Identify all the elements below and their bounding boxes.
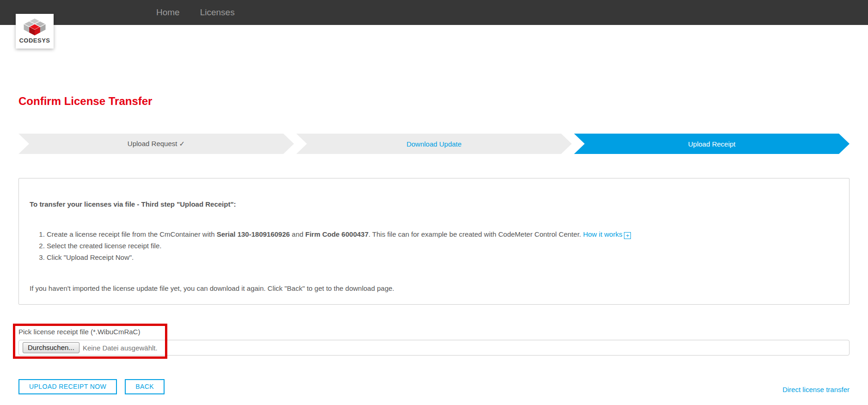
nav-home[interactable]: Home xyxy=(156,7,180,18)
step-download-update[interactable]: Download Update xyxy=(296,134,572,154)
step-upload-receipt-label: Upload Receipt xyxy=(688,140,736,148)
how-it-works-link[interactable]: How it works xyxy=(583,230,622,238)
step-upload-request-label: Upload Request ✓ xyxy=(128,140,185,148)
instruction-step-3: Click "Upload Receipt Now". xyxy=(47,252,838,263)
file-picker-section: Pick license receipt file (*.WibuCmRaC) … xyxy=(18,328,850,356)
instruction-step-1: Create a license receipt file from the C… xyxy=(47,229,838,239)
direct-license-transfer-link[interactable]: Direct license transfer xyxy=(782,386,850,394)
step-upload-receipt: Upload Receipt xyxy=(574,134,850,154)
instructions-list: Create a license receipt file from the C… xyxy=(30,229,838,263)
nav-licenses[interactable]: Licenses xyxy=(200,7,235,18)
back-button[interactable]: BACK xyxy=(125,379,165,394)
step-download-update-label: Download Update xyxy=(406,140,461,148)
step-upload-request: Upload Request ✓ xyxy=(18,134,294,154)
instruction-step-2: Select the created license receipt file. xyxy=(47,241,838,251)
instructions-intro: To transfer your licenses via file - Thi… xyxy=(30,200,838,209)
page-title: Confirm License Transfer xyxy=(18,95,850,108)
serial-number: Serial 130-1809160926 xyxy=(217,230,290,238)
logo-wordmark: CODESYS xyxy=(19,37,50,44)
step1-text-mid: and xyxy=(290,230,305,238)
action-bar: UPLOAD RECEIPT NOW BACK Direct license t… xyxy=(18,379,850,394)
upload-receipt-now-button[interactable]: UPLOAD RECEIPT NOW xyxy=(18,379,117,394)
main-nav: Home Licenses xyxy=(156,7,235,18)
browse-button[interactable]: Durchsuchen... xyxy=(23,342,79,353)
transfer-progress-steps: Upload Request ✓ Download Update Upload … xyxy=(18,134,850,154)
file-picker-label: Pick license receipt file (*.WibuCmRaC) xyxy=(18,328,850,336)
no-file-selected-text: Keine Datei ausgewählt. xyxy=(83,344,158,352)
top-navigation-bar: Home Licenses CODESYS xyxy=(0,0,868,25)
button-group: UPLOAD RECEIPT NOW BACK xyxy=(18,379,165,394)
step1-text: Create a license receipt file from the C… xyxy=(47,230,217,238)
instructions-panel: To transfer your licenses via file - Thi… xyxy=(18,178,850,305)
expand-plus-icon[interactable]: + xyxy=(624,232,631,239)
step1-text-post: . This file can for example be created w… xyxy=(368,230,583,238)
codesys-logo[interactable]: CODESYS xyxy=(16,14,54,49)
codesys-cube-icon xyxy=(22,16,48,37)
file-input[interactable]: Durchsuchen... Keine Datei ausgewählt. xyxy=(18,340,850,356)
firm-code: Firm Code 6000437 xyxy=(306,230,369,238)
instructions-footer: If you haven't imported the license upda… xyxy=(30,284,838,293)
